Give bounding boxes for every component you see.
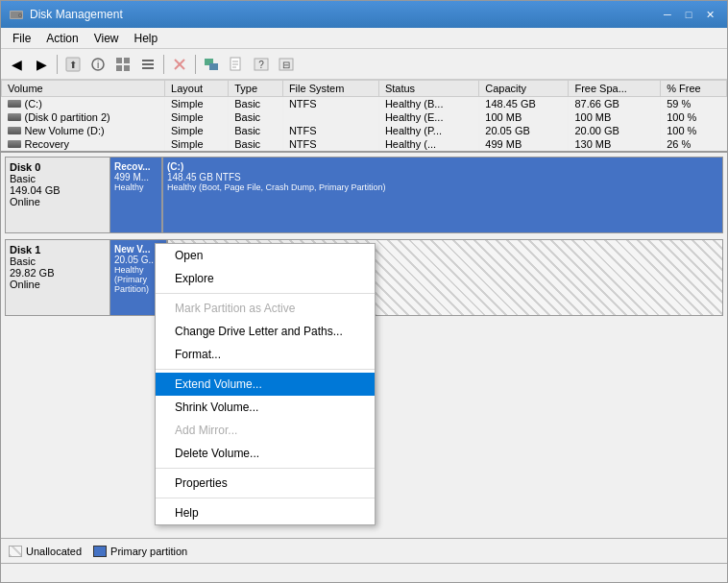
svg-rect-9 bbox=[124, 58, 130, 63]
refresh-button[interactable] bbox=[200, 53, 223, 76]
legend-primary: Primary partition bbox=[93, 546, 187, 557]
volume-icon: (Disk 0 partition 2) bbox=[8, 111, 110, 123]
disk1-type: Basic bbox=[10, 255, 106, 267]
row-type: Basic bbox=[229, 97, 283, 111]
col-layout[interactable]: Layout bbox=[165, 81, 229, 97]
row-capacity: 100 MB bbox=[479, 110, 569, 124]
disk0-status: Online bbox=[10, 196, 106, 207]
volume-icon: Recovery bbox=[8, 138, 69, 150]
disk1-label: Disk 1 Basic 29.82 GB Online bbox=[5, 239, 110, 316]
forward-button[interactable]: ▶ bbox=[30, 53, 53, 76]
row-status: Healthy (B... bbox=[378, 97, 478, 111]
ctx-format[interactable]: Format... bbox=[156, 343, 375, 366]
ctx-sep-2 bbox=[156, 369, 375, 370]
col-type[interactable]: Type bbox=[229, 81, 283, 97]
unallocated-box bbox=[9, 546, 22, 557]
refresh-icon bbox=[204, 57, 219, 72]
back-button[interactable]: ◀ bbox=[5, 53, 28, 76]
disk0-row: Disk 0 Basic 149.04 GB Online Recov... 4… bbox=[5, 157, 723, 233]
legend: Unallocated Primary partition bbox=[1, 538, 727, 563]
ctx-sep-3 bbox=[156, 468, 375, 469]
properties-button[interactable]: i bbox=[86, 53, 109, 76]
row-layout: Simple bbox=[165, 97, 229, 111]
c-drive-size: 148.45 GB NTFS bbox=[167, 172, 718, 182]
toolbar-sep-3 bbox=[195, 55, 196, 74]
ctx-sep-4 bbox=[156, 498, 375, 498]
ctx-change-drive[interactable]: Change Drive Letter and Paths... bbox=[156, 320, 375, 343]
disk0-c-partition[interactable]: (C:) 148.45 GB NTFS Healthy (Boot, Page … bbox=[163, 158, 722, 232]
grid-button[interactable] bbox=[111, 53, 134, 76]
maximize-button[interactable]: □ bbox=[679, 6, 698, 23]
title-bar-left: Disk Management bbox=[9, 7, 123, 22]
grid-icon bbox=[115, 57, 131, 72]
delete-button[interactable] bbox=[168, 53, 191, 76]
disk0-recovery-partition[interactable]: Recov... 499 M... Healthy bbox=[110, 158, 163, 232]
help2-icon: ⊟ bbox=[279, 57, 294, 72]
ctx-delete-volume[interactable]: Delete Volume... bbox=[156, 442, 375, 465]
ctx-properties[interactable]: Properties bbox=[156, 472, 375, 495]
title-text: Disk Management bbox=[30, 8, 123, 21]
legend-unallocated: Unallocated bbox=[9, 546, 82, 557]
new-icon bbox=[229, 57, 244, 72]
menu-file[interactable]: File bbox=[5, 30, 38, 47]
col-pct[interactable]: % Free bbox=[661, 81, 727, 97]
ctx-help[interactable]: Help bbox=[156, 501, 375, 524]
ctx-sep-1 bbox=[156, 293, 375, 294]
disk0-name: Disk 0 bbox=[10, 161, 106, 173]
recovery-size: 499 M... bbox=[114, 172, 158, 182]
help-button[interactable]: ? bbox=[250, 53, 273, 76]
minimize-button[interactable]: ─ bbox=[658, 6, 677, 23]
up-button[interactable]: ⬆ bbox=[61, 53, 85, 76]
menu-action[interactable]: Action bbox=[38, 30, 85, 47]
toolbar-sep-1 bbox=[57, 55, 58, 74]
col-free[interactable]: Free Spa... bbox=[569, 81, 661, 97]
row-layout: Simple bbox=[165, 124, 229, 137]
disk-icon bbox=[8, 127, 21, 134]
menu-view[interactable]: View bbox=[86, 30, 127, 47]
table-row[interactable]: (C:) Simple Basic NTFS Healthy (B... 148… bbox=[2, 97, 727, 111]
ctx-extend-volume[interactable]: Extend Volume... bbox=[156, 373, 375, 396]
row-volume: (Disk 0 partition 2) bbox=[2, 110, 165, 124]
main-content: Volume Layout Type File System Status Ca… bbox=[1, 80, 727, 563]
primary-box bbox=[93, 546, 107, 557]
col-capacity[interactable]: Capacity bbox=[479, 81, 569, 97]
c-drive-status: Healthy (Boot, Page File, Crash Dump, Pr… bbox=[167, 182, 718, 192]
list-button[interactable] bbox=[136, 53, 159, 76]
col-status[interactable]: Status bbox=[378, 81, 478, 97]
table-row[interactable]: (Disk 0 partition 2) Simple Basic Health… bbox=[2, 110, 727, 124]
ctx-open[interactable]: Open bbox=[156, 244, 375, 267]
row-layout: Simple bbox=[165, 137, 229, 151]
new-button[interactable] bbox=[225, 53, 248, 76]
col-volume[interactable]: Volume bbox=[2, 81, 165, 97]
table-row[interactable]: Recovery Simple Basic NTFS Healthy (... … bbox=[2, 137, 727, 151]
col-filesystem[interactable]: File System bbox=[282, 81, 378, 97]
row-volume: New Volume (D:) bbox=[2, 124, 165, 137]
table-row[interactable]: New Volume (D:) Simple Basic NTFS Health… bbox=[2, 124, 727, 137]
recovery-status: Healthy bbox=[114, 182, 158, 192]
list-icon bbox=[140, 57, 156, 72]
row-fs bbox=[282, 110, 378, 124]
row-capacity: 148.45 GB bbox=[479, 97, 569, 111]
ctx-shrink-volume[interactable]: Shrink Volume... bbox=[156, 396, 375, 419]
row-fs: NTFS bbox=[282, 97, 378, 111]
context-menu: Open Explore Mark Partition as Active Ch… bbox=[155, 243, 376, 525]
svg-rect-12 bbox=[142, 60, 154, 61]
ctx-add-mirror: Add Mirror... bbox=[156, 419, 375, 442]
svg-rect-18 bbox=[209, 63, 218, 70]
recovery-name: Recov... bbox=[114, 161, 158, 172]
menu-help[interactable]: Help bbox=[127, 30, 166, 47]
properties-icon: i bbox=[90, 57, 106, 72]
disk1-size: 29.82 GB bbox=[10, 267, 106, 279]
help2-button[interactable]: ⊟ bbox=[275, 53, 298, 76]
disk0-type: Basic bbox=[10, 173, 106, 184]
row-type: Basic bbox=[229, 124, 283, 137]
ctx-explore[interactable]: Explore bbox=[156, 267, 375, 290]
close-button[interactable]: ✕ bbox=[700, 6, 719, 23]
unallocated-label: Unallocated bbox=[26, 546, 82, 557]
svg-point-3 bbox=[19, 14, 21, 16]
row-pct: 100 % bbox=[661, 110, 727, 124]
row-type: Basic bbox=[229, 110, 283, 124]
row-volume: (C:) bbox=[2, 97, 165, 111]
row-type: Basic bbox=[229, 137, 283, 151]
row-status: Healthy (P... bbox=[378, 124, 478, 137]
